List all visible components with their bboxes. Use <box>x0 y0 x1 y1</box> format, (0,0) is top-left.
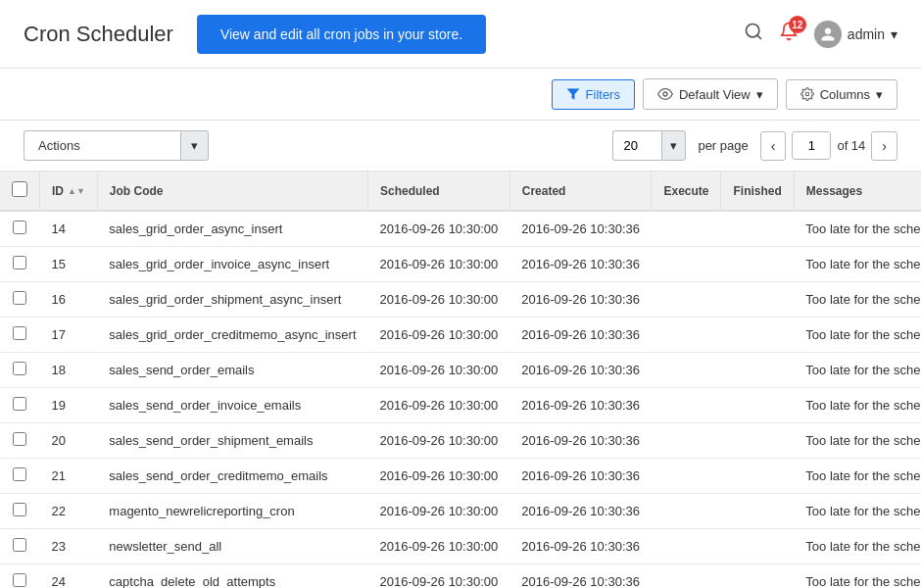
actions-dropdown[interactable]: Actions <box>24 130 180 161</box>
cell-messages: Too late for the schedule <box>794 353 921 388</box>
cell-created: 2016-09-26 10:30:36 <box>509 423 652 459</box>
cell-execute <box>652 247 721 282</box>
cell-created: 2016-09-26 10:30:36 <box>509 494 652 529</box>
cell-created: 2016-09-26 10:30:36 <box>509 282 652 318</box>
page-title: Cron Scheduler <box>24 22 173 47</box>
user-menu-button[interactable]: admin ▾ <box>814 21 897 48</box>
row-checkbox[interactable] <box>13 220 26 234</box>
cell-scheduled: 2016-09-26 10:30:00 <box>368 211 510 247</box>
cell-messages: Too late for the schedule <box>794 564 921 589</box>
filters-button[interactable]: Filters <box>552 79 635 110</box>
cell-created: 2016-09-26 10:30:36 <box>509 564 652 589</box>
search-button[interactable] <box>744 22 763 46</box>
cell-id: 24 <box>40 564 98 589</box>
row-checkbox-cell <box>0 247 40 282</box>
default-view-button[interactable]: Default View ▾ <box>643 78 778 110</box>
eye-icon <box>657 86 673 102</box>
cell-finished <box>721 211 794 247</box>
cell-finished <box>721 529 794 564</box>
cell-execute <box>652 388 721 423</box>
cell-messages: Too late for the schedule <box>794 388 921 423</box>
cell-id: 22 <box>40 494 98 529</box>
cell-execute <box>652 529 721 564</box>
cell-scheduled: 2016-09-26 10:30:00 <box>368 388 510 423</box>
per-page-dropdown-button[interactable]: ▾ <box>661 130 686 161</box>
table-header: ID ▲▼ Job Code Scheduled Created Execute… <box>0 172 921 211</box>
cell-job-code: sales_send_order_shipment_emails <box>97 423 367 459</box>
cell-id: 19 <box>40 388 98 423</box>
cell-created: 2016-09-26 10:30:36 <box>509 353 652 388</box>
actions-dropdown-button[interactable]: ▾ <box>180 130 209 161</box>
table-body: 14 sales_grid_order_async_insert 2016-09… <box>0 211 921 588</box>
row-checkbox-cell <box>0 211 40 247</box>
row-checkbox-cell <box>0 564 40 589</box>
cell-messages: Too late for the schedule <box>794 211 921 247</box>
avatar <box>814 21 842 48</box>
cell-created: 2016-09-26 10:30:36 <box>509 318 652 353</box>
row-checkbox[interactable] <box>13 432 26 446</box>
cell-finished <box>721 423 794 459</box>
row-checkbox[interactable] <box>13 362 26 375</box>
th-created: Created <box>509 172 652 211</box>
cell-finished <box>721 318 794 353</box>
filter-icon <box>566 87 580 101</box>
cell-scheduled: 2016-09-26 10:30:00 <box>368 353 510 388</box>
cell-created: 2016-09-26 10:30:36 <box>509 211 652 247</box>
cell-job-code: sales_send_order_creditmemo_emails <box>97 459 367 494</box>
row-checkbox[interactable] <box>13 538 26 552</box>
cell-job-code: sales_grid_order_async_insert <box>97 211 367 247</box>
row-checkbox[interactable] <box>13 397 26 411</box>
page-total-label: of 14 <box>837 138 865 153</box>
cell-created: 2016-09-26 10:30:36 <box>509 459 652 494</box>
th-id: ID ▲▼ <box>40 172 98 211</box>
cell-execute <box>652 282 721 318</box>
cell-id: 17 <box>40 318 98 353</box>
cell-scheduled: 2016-09-26 10:30:00 <box>368 423 510 459</box>
notifications-button[interactable]: 12 <box>779 22 799 46</box>
cell-job-code: sales_grid_order_creditmemo_async_insert <box>97 318 367 353</box>
select-all-checkbox[interactable] <box>12 181 27 197</box>
cell-job-code: sales_send_order_emails <box>97 353 367 388</box>
toolbar: Filters Default View ▾ Columns ▾ <box>0 69 921 121</box>
table-row: 18 sales_send_order_emails 2016-09-26 10… <box>0 353 921 388</box>
default-view-label: Default View <box>679 87 751 102</box>
th-job-code: Job Code <box>97 172 367 211</box>
row-checkbox-cell <box>0 388 40 423</box>
table-row: 15 sales_grid_order_invoice_async_insert… <box>0 247 921 282</box>
row-checkbox[interactable] <box>13 326 26 340</box>
cell-execute <box>652 353 721 388</box>
table-row: 16 sales_grid_order_shipment_async_inser… <box>0 282 921 318</box>
cell-scheduled: 2016-09-26 10:30:00 <box>368 529 510 564</box>
row-checkbox[interactable] <box>13 467 26 481</box>
row-checkbox[interactable] <box>13 503 26 516</box>
svg-line-1 <box>757 35 761 39</box>
cell-messages: Too late for the schedule <box>794 282 921 318</box>
table-row: 22 magento_newrelicreporting_cron 2016-0… <box>0 494 921 529</box>
cell-id: 15 <box>40 247 98 282</box>
cell-id: 18 <box>40 353 98 388</box>
cell-scheduled: 2016-09-26 10:30:00 <box>368 459 510 494</box>
columns-button[interactable]: Columns ▾ <box>786 79 897 110</box>
cell-execute <box>652 423 721 459</box>
next-page-button[interactable]: › <box>871 131 897 161</box>
table-container: ID ▲▼ Job Code Scheduled Created Execute… <box>0 172 921 588</box>
cell-job-code: sales_send_order_invoice_emails <box>97 388 367 423</box>
th-messages: Messages <box>794 172 921 211</box>
per-page-select[interactable]: 20 <box>612 130 661 161</box>
header: Cron Scheduler View and edit all cron jo… <box>0 0 921 69</box>
prev-page-button[interactable]: ‹ <box>760 131 787 161</box>
th-execute: Execute <box>652 172 721 211</box>
cell-job-code: sales_grid_order_invoice_async_insert <box>97 247 367 282</box>
row-checkbox-cell <box>0 282 40 318</box>
row-checkbox-cell <box>0 423 40 459</box>
cell-job-code: captcha_delete_old_attempts <box>97 564 367 589</box>
row-checkbox[interactable] <box>13 256 26 270</box>
cell-execute <box>652 459 721 494</box>
view-chevron-icon: ▾ <box>756 87 763 102</box>
table-row: 17 sales_grid_order_creditmemo_async_ins… <box>0 318 921 353</box>
row-checkbox[interactable] <box>13 291 26 305</box>
cell-finished <box>721 459 794 494</box>
page-number-input[interactable] <box>792 131 831 160</box>
row-checkbox[interactable] <box>13 573 26 587</box>
cta-button[interactable]: View and edit all cron jobs in your stor… <box>197 15 486 54</box>
